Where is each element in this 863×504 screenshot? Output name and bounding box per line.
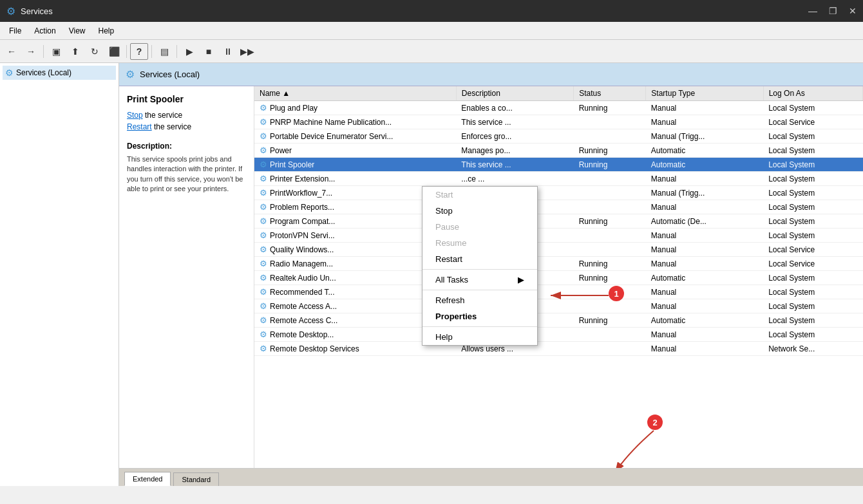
service-startup-cell: Manual xyxy=(646,200,763,214)
toolbar: ← → ▣ ⬆ ↻ ⬛ ? ▤ ▶ ■ ⏸ ▶▶ xyxy=(0,40,863,63)
services-table-container[interactable]: Name ▲ Description Status Startup Type L… xyxy=(254,86,863,468)
service-name-text: PrintWorkflow_7... xyxy=(270,189,332,198)
play-button[interactable]: ▶ xyxy=(180,43,198,60)
service-name-cell: ⚙Plug and Play xyxy=(254,101,456,115)
close-button[interactable]: ✕ xyxy=(849,6,857,16)
restart-text: the service xyxy=(154,122,191,131)
show-console-button[interactable]: ▣ xyxy=(47,43,65,60)
service-status-cell: Running xyxy=(574,214,646,229)
context-menu-separator xyxy=(422,290,537,290)
table-row[interactable]: ⚙Portable Device Enumerator Servi...Enfo… xyxy=(254,129,863,144)
services-tree-icon: ⚙ xyxy=(5,68,14,78)
service-name-text: Recommended T... xyxy=(270,288,335,297)
title-bar: ⚙ Services — ❐ ✕ xyxy=(0,0,863,22)
right-header: ⚙ Services (Local) xyxy=(119,63,863,86)
service-status-cell xyxy=(574,115,646,129)
service-name-text: Remote Access C... xyxy=(270,316,337,325)
service-status-cell xyxy=(574,342,646,356)
col-header-desc[interactable]: Description xyxy=(456,86,573,101)
toolbar-sep-1 xyxy=(43,45,44,58)
table-row[interactable]: ⚙PrintWorkflow_7......sup...Manual (Trig… xyxy=(254,186,863,200)
col-header-startup[interactable]: Startup Type xyxy=(646,86,763,101)
table-row[interactable]: ⚙Plug and PlayEnables a co...RunningManu… xyxy=(254,101,863,115)
service-icon: ⚙ xyxy=(260,245,267,254)
table-row[interactable]: ⚙Problem Reports......ce ...ManualLocal … xyxy=(254,200,863,214)
table-row[interactable]: ⚙PNRP Machine Name Publication...This se… xyxy=(254,115,863,129)
service-logon-cell: Local System xyxy=(763,299,862,313)
table-row[interactable]: ⚙Print SpoolerThis service ...RunningAut… xyxy=(254,158,863,172)
service-startup-cell: Manual (Trigg... xyxy=(646,186,763,200)
service-icon: ⚙ xyxy=(260,188,267,198)
table-row[interactable]: ⚙Remote Access A......co...ManualLocal S… xyxy=(254,299,863,313)
title-bar-controls: — ❐ ✕ xyxy=(808,6,857,16)
minimize-button[interactable]: — xyxy=(808,6,817,16)
context-menu-item-label: All Tasks xyxy=(435,275,468,285)
context-menu-item-properties[interactable]: Properties xyxy=(422,308,537,324)
col-header-status[interactable]: Status xyxy=(574,86,646,101)
service-name-text: Portable Device Enumerator Servi... xyxy=(270,132,393,141)
maximize-button[interactable]: ❐ xyxy=(829,6,837,16)
col-header-name[interactable]: Name ▲ xyxy=(254,86,456,101)
service-icon: ⚙ xyxy=(260,216,267,226)
service-info-title: Print Spooler xyxy=(127,94,246,104)
table-row[interactable]: ⚙Quality Windows......in...ManualLocal S… xyxy=(254,243,863,257)
service-status-cell xyxy=(574,229,646,243)
service-actions: Stop the service Restart the service xyxy=(127,111,246,131)
service-icon: ⚙ xyxy=(260,344,267,353)
context-menu-item-all-tasks[interactable]: All Tasks▶ xyxy=(422,272,537,288)
context-menu-item-help[interactable]: Help xyxy=(422,329,537,345)
stop-text: the service xyxy=(145,111,182,120)
service-startup-cell: Manual xyxy=(646,243,763,257)
service-name-text: Power xyxy=(270,146,292,155)
toolbar-sep-2 xyxy=(126,45,127,58)
table-row[interactable]: ⚙Program Compat......ce ...RunningAutoma… xyxy=(254,214,863,229)
forward-button[interactable]: → xyxy=(22,43,40,60)
tab-extended[interactable]: Extended xyxy=(124,472,171,486)
back-button[interactable]: ← xyxy=(3,43,21,60)
menu-help[interactable]: Help xyxy=(93,24,120,37)
table-row[interactable]: ⚙Remote Access C......di...RunningAutoma… xyxy=(254,313,863,328)
toggle-button[interactable]: ▤ xyxy=(155,43,173,60)
table-row[interactable]: ⚙ProtonVPN Servi......in...ManualLocal S… xyxy=(254,229,863,243)
menu-action[interactable]: Action xyxy=(29,24,61,37)
export-button[interactable]: ⬛ xyxy=(105,43,123,60)
service-icon: ⚙ xyxy=(260,103,267,113)
pause-button[interactable]: ⏸ xyxy=(219,43,237,60)
service-startup-cell: Manual xyxy=(646,115,763,129)
table-row[interactable]: ⚙Printer Extension......ce ...ManualLoca… xyxy=(254,172,863,186)
service-logon-cell: Local Service xyxy=(763,257,862,271)
resume-button[interactable]: ▶▶ xyxy=(238,43,256,60)
col-header-logon[interactable]: Log On As xyxy=(763,86,862,101)
tab-standard[interactable]: Standard xyxy=(173,472,219,486)
service-icon: ⚙ xyxy=(260,259,267,268)
refresh-button[interactable]: ↻ xyxy=(86,43,104,60)
up-button[interactable]: ⬆ xyxy=(66,43,84,60)
help-button[interactable]: ? xyxy=(130,43,148,60)
context-menu-item-stop[interactable]: Stop xyxy=(422,203,537,219)
table-row[interactable]: ⚙Realtek Audio Un......udi...RunningAuto… xyxy=(254,271,863,285)
service-status-cell xyxy=(574,285,646,299)
menu-view[interactable]: View xyxy=(64,24,91,37)
service-startup-cell: Manual xyxy=(646,172,763,186)
stop-button[interactable]: ■ xyxy=(200,43,218,60)
table-row[interactable]: ⚙Recommended T......ut...ManualLocal Sys… xyxy=(254,285,863,299)
context-menu-separator xyxy=(422,326,537,327)
menu-file[interactable]: File xyxy=(4,24,26,37)
service-status-cell: Running xyxy=(574,313,646,328)
stop-link[interactable]: Stop xyxy=(127,111,143,120)
service-icon: ⚙ xyxy=(260,287,267,297)
service-startup-cell: Automatic xyxy=(646,271,763,285)
table-row[interactable]: ⚙Remote Desktop ServicesAllows users ...… xyxy=(254,342,863,356)
services-table: Name ▲ Description Status Startup Type L… xyxy=(254,86,863,356)
service-status-cell xyxy=(574,200,646,214)
context-menu-item-restart[interactable]: Restart xyxy=(422,251,537,267)
service-icon: ⚙ xyxy=(260,202,267,212)
restart-link[interactable]: Restart xyxy=(127,122,152,131)
table-row[interactable]: ⚙Radio Managem......na...RunningManualLo… xyxy=(254,257,863,271)
tree-item-services-local[interactable]: ⚙ Services (Local) xyxy=(3,66,116,80)
table-row[interactable]: ⚙PowerManages po...RunningAutomaticLocal… xyxy=(254,144,863,158)
table-row[interactable]: ⚙Remote Desktop......es...ManualLocal Sy… xyxy=(254,328,863,342)
right-header-title: Services (Local) xyxy=(140,70,200,79)
service-desc-cell: Enforces gro... xyxy=(456,129,573,144)
context-menu-item-refresh[interactable]: Refresh xyxy=(422,292,537,308)
